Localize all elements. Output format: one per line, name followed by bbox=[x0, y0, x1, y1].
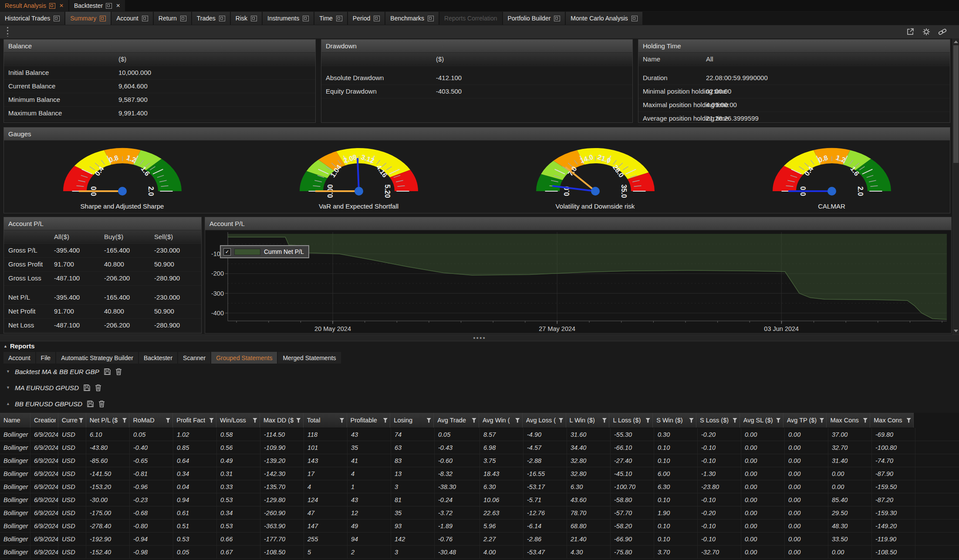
column-header-romad[interactable]: RoMaD bbox=[129, 413, 173, 428]
splitter[interactable]: ●●●● bbox=[0, 334, 959, 341]
tab-period[interactable]: Period bbox=[348, 12, 385, 25]
splitter-handle-icon[interactable]: ●●●● bbox=[473, 337, 486, 339]
column-header-profit-fact[interactable]: Profit Fact bbox=[173, 413, 216, 428]
filter-icon[interactable] bbox=[906, 418, 911, 423]
column-header-profitable[interactable]: Profitable bbox=[347, 413, 391, 428]
column-header-avg-win[interactable]: Avg Win ( bbox=[479, 413, 523, 428]
tab-time[interactable]: Time bbox=[314, 12, 347, 25]
collapse-icon[interactable]: ▲ bbox=[3, 344, 7, 348]
column-header-net-p-l[interactable]: Net P/L ($ bbox=[86, 413, 130, 428]
popout-icon[interactable] bbox=[180, 16, 186, 21]
statement-row[interactable]: Bollinger6/9/2024USD-278.40-0.800.510.53… bbox=[0, 520, 959, 533]
trash-icon[interactable] bbox=[115, 368, 122, 375]
statement-row[interactable]: Bollinger6/9/2024USD-30.00-0.230.940.53-… bbox=[0, 493, 959, 506]
column-header-total[interactable]: Total bbox=[304, 413, 347, 428]
column-header-avg-loss[interactable]: Avg Loss ( bbox=[523, 413, 566, 428]
column-header-max-dd[interactable]: Max DD ($ bbox=[260, 413, 304, 428]
popout-icon[interactable] bbox=[631, 16, 638, 21]
reports-tab-backtester[interactable]: Backtester bbox=[139, 352, 177, 364]
filter-icon[interactable] bbox=[253, 418, 257, 423]
reports-tab-file[interactable]: File bbox=[36, 352, 56, 364]
expand-icon[interactable]: ▼ bbox=[6, 385, 10, 390]
save-icon[interactable] bbox=[87, 400, 94, 408]
tab-summary[interactable]: Summary bbox=[65, 12, 111, 25]
column-header-avg-trade[interactable]: Avg Trade bbox=[434, 413, 479, 428]
column-header-s-loss[interactable]: S Loss ($) bbox=[696, 413, 740, 428]
tab-return[interactable]: Return bbox=[154, 12, 191, 25]
report-group-bb-eurusd-gbpusd[interactable]: ▲ BB EURUSD GBPUSD bbox=[6, 398, 105, 409]
statement-row[interactable]: Bollinger6/9/2024USD-43.80-0.400.850.56-… bbox=[0, 441, 959, 454]
popout-icon[interactable] bbox=[219, 16, 225, 21]
column-header-max-cons[interactable]: Max Cons bbox=[827, 413, 870, 428]
popout-icon[interactable] bbox=[142, 16, 148, 21]
trash-icon[interactable] bbox=[95, 384, 101, 391]
collapse-icon[interactable]: ▲ bbox=[6, 401, 10, 406]
chart-legend[interactable]: ✓ Cumm Net P/L bbox=[220, 245, 309, 258]
window-tab-result-analysis[interactable]: Result Analysis ✕ bbox=[0, 0, 68, 11]
column-header-s-win[interactable]: S Win ($) bbox=[653, 413, 696, 428]
filter-icon[interactable] bbox=[296, 418, 301, 423]
tab-portfolio-builder[interactable]: Portfolio Builder bbox=[503, 12, 565, 25]
tab-benchmarks[interactable]: Benchmarks bbox=[385, 12, 439, 25]
popout-icon[interactable] bbox=[428, 16, 434, 21]
tab-historical-trades[interactable]: Historical Trades bbox=[0, 12, 64, 25]
column-header-avg-sl[interactable]: Avg SL ($) bbox=[740, 413, 783, 428]
filter-icon[interactable] bbox=[559, 418, 564, 423]
tab-risk[interactable]: Risk bbox=[231, 12, 262, 25]
filter-icon[interactable] bbox=[602, 418, 607, 423]
vertical-scrollbar[interactable] bbox=[952, 38, 959, 334]
popout-icon[interactable] bbox=[374, 16, 380, 21]
column-header-name[interactable]: Name bbox=[0, 413, 30, 428]
filter-icon[interactable] bbox=[426, 418, 431, 423]
filter-icon[interactable] bbox=[776, 418, 781, 423]
trash-icon[interactable] bbox=[98, 400, 105, 408]
column-header-l-win[interactable]: L Win ($) bbox=[566, 413, 610, 428]
scrollbar-thumb[interactable] bbox=[953, 45, 959, 163]
save-icon[interactable] bbox=[104, 368, 111, 375]
filter-icon[interactable] bbox=[79, 418, 84, 423]
save-icon[interactable] bbox=[83, 384, 91, 391]
popout-icon[interactable] bbox=[303, 16, 309, 21]
close-icon[interactable]: ✕ bbox=[59, 3, 64, 9]
scroll-up-icon[interactable] bbox=[954, 40, 958, 43]
reports-tab-grouped-statements[interactable]: Grouped Statements bbox=[211, 352, 277, 364]
settings-gear-icon[interactable] bbox=[921, 27, 932, 37]
report-group-backtest-ma-bb-eur-gbp[interactable]: ▼ Backtest MA & BB EUR GBP bbox=[6, 366, 122, 377]
popout-icon[interactable] bbox=[54, 16, 60, 21]
statement-row[interactable]: Bollinger6/9/2024USD-85.60-0.650.640.49-… bbox=[0, 454, 959, 467]
legend-checkbox[interactable]: ✓ bbox=[223, 248, 231, 256]
column-header-avg-tp[interactable]: Avg TP ($) bbox=[783, 413, 827, 428]
filter-icon[interactable] bbox=[819, 418, 824, 423]
filter-icon[interactable] bbox=[645, 418, 650, 423]
filter-icon[interactable] bbox=[863, 418, 868, 423]
popout-icon[interactable] bbox=[49, 3, 55, 9]
reports-tab-merged-statements[interactable]: Merged Statements bbox=[278, 352, 341, 364]
expand-icon[interactable]: ▼ bbox=[6, 369, 10, 374]
tab-trades[interactable]: Trades bbox=[192, 12, 230, 25]
column-header-max-cons[interactable]: Max Cons bbox=[870, 413, 914, 428]
report-group-ma-eurusd-gpusd[interactable]: ▼ MA EURUSD GPUSD bbox=[6, 382, 101, 393]
window-tab-backtester[interactable]: Backtester ✕ bbox=[69, 0, 125, 11]
statement-row[interactable]: Bollinger6/9/2024USD6.100.051.020.58-114… bbox=[0, 428, 959, 441]
statement-row[interactable]: Bollinger6/9/2024USD-175.00-0.680.610.34… bbox=[0, 506, 959, 520]
link-icon[interactable] bbox=[937, 27, 948, 37]
statement-row[interactable]: Bollinger6/9/2024USD-192.90-0.940.530.66… bbox=[0, 533, 959, 546]
popout-icon[interactable] bbox=[251, 16, 257, 21]
statement-row[interactable]: Bollinger6/9/2024USD-141.50-0.810.340.31… bbox=[0, 467, 959, 480]
open-report-icon[interactable] bbox=[905, 27, 915, 37]
column-header-curre[interactable]: Curre bbox=[58, 413, 86, 428]
popout-icon[interactable] bbox=[336, 16, 342, 21]
tab-reports-correlation[interactable]: Reports Correlation bbox=[439, 12, 502, 25]
filter-icon[interactable] bbox=[689, 418, 694, 423]
column-header-losing[interactable]: Losing bbox=[390, 413, 434, 428]
filter-icon[interactable] bbox=[383, 418, 388, 423]
column-header-win-loss[interactable]: Win/Loss bbox=[216, 413, 260, 428]
reports-tab-automatic-strategy-builder[interactable]: Automatic Strategy Builder bbox=[56, 352, 138, 364]
filter-icon[interactable] bbox=[733, 418, 737, 423]
column-header-creation[interactable]: Creation bbox=[30, 413, 58, 428]
filter-icon[interactable] bbox=[209, 418, 214, 423]
reports-tab-scanner[interactable]: Scanner bbox=[178, 352, 210, 364]
scroll-down-icon[interactable] bbox=[954, 330, 958, 332]
close-icon[interactable]: ✕ bbox=[116, 3, 120, 9]
reports-tab-account[interactable]: Account bbox=[3, 352, 35, 364]
